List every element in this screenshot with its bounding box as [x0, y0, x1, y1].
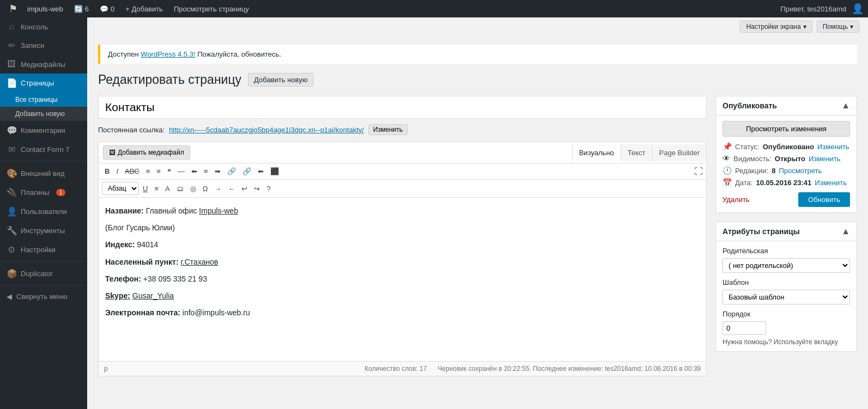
notice-link[interactable]: WordPress 4.5.3! — [141, 50, 195, 58]
status-value: Опубликовано — [763, 143, 814, 151]
tb-align-center[interactable]: ≡ — [201, 166, 211, 177]
format-select[interactable]: Абзац — [102, 182, 139, 195]
sidebar-item-duplicator[interactable]: 📦 Duplicator — [0, 264, 87, 283]
tb-align-left[interactable]: ⬅ — [189, 166, 200, 177]
revisions-icon: 🕐 — [723, 166, 732, 175]
tb-align-right[interactable]: ➡ — [212, 166, 223, 177]
visibility-change-link[interactable]: Изменить — [809, 155, 841, 163]
tb-link[interactable]: 🔗 — [224, 166, 239, 177]
sidebar-item-users[interactable]: 👤 Пользователи — [0, 202, 87, 221]
publish-box-header[interactable]: Опубликовать ▲ — [716, 96, 857, 115]
tb-indent[interactable]: → — [211, 183, 224, 194]
sidebar-item-tools[interactable]: 🔧 Инструменты — [0, 221, 87, 240]
collapse-icon: ◀ — [7, 292, 12, 301]
tb-underline[interactable]: U — [140, 183, 150, 194]
page-attributes-title: Атрибуты страницы — [723, 227, 800, 236]
status-change-link[interactable]: Изменить — [817, 143, 849, 151]
tb-paste-word[interactable]: 🗂 — [174, 183, 186, 194]
parent-select[interactable]: ( нет родительской) — [723, 258, 850, 273]
page-header: Редактировать страницу Добавить новую — [98, 72, 857, 87]
tb-color[interactable]: A — [162, 183, 173, 194]
tb-align-justify[interactable]: ≡ — [151, 183, 161, 194]
order-input[interactable] — [723, 321, 766, 335]
visibility-icon: 👁 — [723, 154, 730, 163]
help-button[interactable]: Помощь ▾ — [817, 21, 859, 33]
content-line-1: Название: Главный офис Impuls-web — [105, 204, 700, 218]
add-new-page-button[interactable]: Добавить новую — [248, 73, 313, 87]
page-attributes-header[interactable]: Атрибуты страницы ▲ — [716, 222, 857, 241]
view-site-link[interactable]: Просмотреть страницу — [168, 0, 254, 17]
permalink-change-button[interactable]: Изменить — [368, 124, 408, 135]
screen-options-arrow: ▾ — [803, 23, 806, 30]
status-label: Статус: — [735, 143, 760, 151]
tb-ul[interactable]: ≡ — [143, 166, 153, 177]
screen-options-label: Настройки экрана — [746, 23, 800, 30]
preview-button[interactable]: Просмотреть изменения — [723, 121, 850, 137]
comments-link[interactable]: 💬 0 — [94, 0, 120, 17]
sidebar-item-media[interactable]: 🖼 Медиафайлы — [0, 55, 87, 74]
tb-unlink[interactable]: 🔗 — [240, 166, 254, 177]
sidebar-label-plugins: Плагины — [21, 188, 50, 197]
sidebar-label-duplicator: Duplicator — [21, 270, 53, 278]
sidebar-item-plugins[interactable]: 🔌 Плагины 1 — [0, 183, 87, 202]
content-label-name: Название: — [105, 206, 144, 215]
content-line-4: Населенный пункт: г.Стаханов — [105, 255, 700, 269]
content-label-email: Электронная почта: — [105, 308, 180, 317]
date-change-link[interactable]: Изменить — [815, 179, 847, 187]
screen-options-bar: Настройки экрана ▾ Помощь ▾ — [87, 17, 868, 36]
revisions-label: Редакции: — [735, 167, 768, 175]
tab-page-builder[interactable]: Page Builder — [652, 144, 706, 161]
sidebar-submenu-add-page[interactable]: Добавить новую — [0, 107, 87, 121]
tb-outdent[interactable]: ← — [225, 183, 238, 194]
tb-help[interactable]: ? — [264, 183, 273, 194]
delete-link[interactable]: Удалить — [723, 196, 750, 204]
tab-visual[interactable]: Визуально — [572, 144, 621, 162]
order-label: Порядок — [723, 310, 850, 318]
sidebar-submenu-all-pages[interactable]: Все страницы — [0, 93, 87, 107]
content-line-7: Электронная почта: info@impuls-web.ru — [105, 306, 700, 320]
word-count: Количество слов: 17 — [365, 365, 427, 373]
sidebar-item-posts[interactable]: ✏ Записи — [0, 36, 87, 55]
page-attributes-body: Родительская ( нет родительской) Шаблон … — [716, 241, 857, 351]
tb-bold[interactable]: B — [102, 166, 112, 177]
sidebar-item-contact-form[interactable]: ✉ Contact Form 7 — [0, 140, 87, 159]
sidebar-item-pages[interactable]: 📄 Страницы — [0, 74, 87, 93]
user-avatar: 👤 — [852, 3, 864, 15]
tb-fullscreen[interactable]: ⛶ — [694, 167, 703, 176]
sidebar: ⌂ Консоль ✏ Записи 🖼 Медиафайлы 📄 Страни… — [0, 17, 87, 409]
tb-redo[interactable]: ↪ — [251, 183, 263, 194]
sidebar-item-appearance[interactable]: 🎨 Внешний вид — [0, 164, 87, 183]
date-value: 10.05.2016 23:41 — [756, 179, 811, 187]
tb-italic[interactable]: I — [113, 166, 121, 177]
update-button[interactable]: Обновить — [798, 192, 850, 207]
collapse-menu[interactable]: ◀ Свернуть меню — [0, 288, 87, 305]
site-name[interactable]: impuls-web — [22, 0, 69, 17]
add-new-link[interactable]: + Добавить — [120, 0, 168, 17]
template-select[interactable]: Базовый шаблон — [723, 290, 850, 304]
updates-link[interactable]: 🔄 6 — [69, 0, 94, 17]
add-media-button[interactable]: 🖼 Добавить медиафайл — [103, 145, 190, 160]
tb-undo[interactable]: ↩ — [239, 183, 250, 194]
sidebar-item-settings[interactable]: ⚙ Настройки — [0, 240, 87, 259]
revisions-view-link[interactable]: Просмотреть — [779, 167, 822, 175]
screen-options-button[interactable]: Настройки экрана ▾ — [740, 21, 812, 33]
collapse-label: Свернуть меню — [16, 292, 68, 301]
sidebar-item-console[interactable]: ⌂ Консоль — [0, 17, 87, 36]
sidebar-item-comments[interactable]: 💬 Комментарии — [0, 121, 87, 140]
tb-clear[interactable]: ◎ — [187, 183, 199, 194]
content-line-2: (Блог Гусарь Юлии) — [105, 221, 700, 235]
publish-revisions-row: 🕐 Редакции: 8 Просмотреть — [723, 166, 850, 175]
permalink-url[interactable]: http://xn-----5cdaab7auczgjo5bp4age1i3dq… — [169, 126, 364, 134]
tb-ol[interactable]: ≡ — [154, 166, 163, 177]
editor-content[interactable]: Название: Главный офис Impuls-web (Блог … — [99, 198, 706, 361]
tb-toolbar[interactable]: ⬛ — [268, 166, 282, 177]
page-title-input[interactable] — [98, 96, 707, 119]
notice-suffix: Пожалуйста, обновитесь. — [197, 50, 281, 58]
tb-special-chars[interactable]: Ω — [200, 183, 211, 194]
tb-more[interactable]: ⬅ — [255, 166, 266, 177]
tab-text[interactable]: Текст — [621, 144, 652, 161]
tb-strikethrough[interactable]: ABC — [122, 166, 142, 177]
sidebar-label-comments: Комментарии — [21, 126, 65, 135]
tb-blockquote[interactable]: ❝ — [165, 166, 174, 177]
tb-hr[interactable]: — — [175, 166, 187, 177]
